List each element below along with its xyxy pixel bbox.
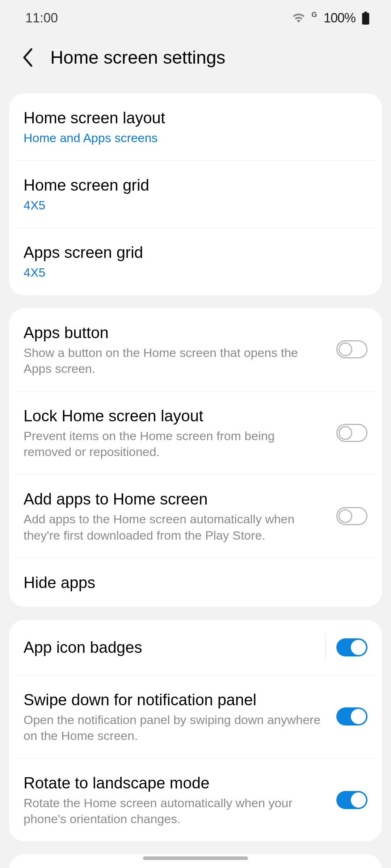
row-app-icon-badges[interactable]: App icon badges [9,620,382,675]
toggle-lock-layout[interactable] [336,424,367,442]
status-time: 11:00 [25,10,58,26]
row-subtitle: Prevent items on the Home screen from be… [24,428,325,460]
row-hide-apps[interactable]: Hide apps [9,558,382,607]
settings-group-display: App icon badges Swipe down for notificat… [9,620,382,842]
toggle-apps-button[interactable] [336,340,367,358]
settings-group-layout: Home screen layout Home and Apps screens… [9,93,382,295]
header: Home screen settings [0,36,391,93]
page-title: Home screen settings [50,47,226,68]
row-swipe-notification[interactable]: Swipe down for notification panel Open t… [9,675,382,758]
row-rotate-landscape[interactable]: Rotate to landscape mode Rotate the Home… [9,758,382,841]
nav-handle[interactable] [143,856,248,860]
row-subtitle: Show a button on the Home screen that op… [24,345,325,376]
vertical-divider [325,634,325,660]
settings-group-apps: Apps button Show a button on the Home sc… [9,308,382,607]
status-bar: 11:00 G 100% [0,0,391,36]
row-title: Add apps to Home screen [24,489,325,509]
toggle-rotate-landscape[interactable] [336,791,367,809]
row-title: App icon badges [24,637,314,657]
back-button[interactable] [17,48,37,68]
row-title: Swipe down for notification panel [24,690,325,710]
row-title: Apps screen grid [24,242,367,262]
row-apps-screen-grid[interactable]: Apps screen grid 4X5 [9,228,382,295]
battery-icon [362,12,369,25]
row-title: Hide apps [24,573,367,592]
row-subtitle: Rotate the Home screen automatically whe… [24,795,325,827]
row-home-screen-layout[interactable]: Home screen layout Home and Apps screens [9,93,382,160]
row-title: Home screen grid [24,175,367,195]
row-subtitle: Add apps to the Home screen automaticall… [24,511,325,543]
row-subtitle: Open the notification panel by swiping d… [24,712,325,744]
network-type-badge: G [311,10,317,19]
row-subtitle: Home and Apps screens [24,130,367,146]
wifi-icon [293,13,305,23]
battery-percentage: 100% [324,10,356,26]
row-title: Rotate to landscape mode [24,773,325,793]
row-title: Lock Home screen layout [24,406,325,426]
row-subtitle: 4X5 [24,264,367,280]
toggle-app-icon-badges[interactable] [336,638,367,656]
row-lock-layout[interactable]: Lock Home screen layout Prevent items on… [9,391,382,474]
row-home-screen-grid[interactable]: Home screen grid 4X5 [9,161,382,227]
row-title: Home screen layout [24,108,367,128]
toggle-swipe-notification[interactable] [336,707,367,726]
toggle-add-apps[interactable] [336,507,367,525]
row-subtitle: 4X5 [24,197,367,213]
row-title: Apps button [24,323,325,342]
row-add-apps[interactable]: Add apps to Home screen Add apps to the … [9,475,382,557]
status-right: G 100% [293,10,369,26]
row-apps-button[interactable]: Apps button Show a button on the Home sc… [9,308,382,391]
